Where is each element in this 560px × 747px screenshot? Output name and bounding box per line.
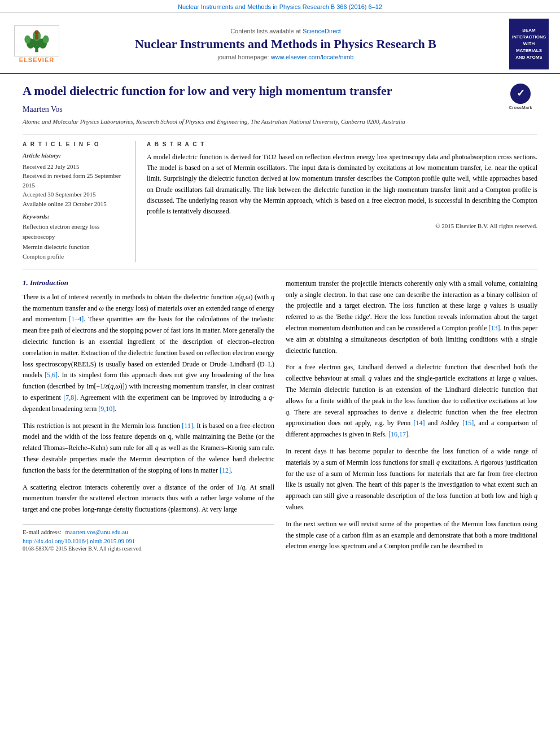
intro-paragraph-7: In the next section we will revisit some… — [286, 519, 537, 552]
article-title: A model dielectric function for low and … — [23, 83, 537, 99]
email-link[interactable]: maarten.vos@anu.edu.au — [65, 528, 128, 535]
intro-paragraph-4: momentum transfer the projectile interac… — [286, 278, 537, 357]
abstract-heading: A B S T R A C T — [147, 141, 537, 147]
svg-point-7 — [34, 30, 38, 34]
keyword-3: Compton profile — [23, 252, 126, 262]
article-info-left: A R T I C L E I N F O Article history: R… — [23, 141, 135, 262]
article-history: Article history: Received 22 July 2015 R… — [23, 152, 126, 209]
keyword-2: Mermin dielectric function — [23, 242, 126, 252]
journal-header: ELSEVIER Contents lists available at Sci… — [0, 13, 560, 74]
revised-date: Received in revised form 25 September 20… — [23, 171, 126, 190]
body-column-right: momentum transfer the projectile interac… — [286, 278, 537, 558]
journal-reference-bar: Nuclear Instruments and Methods in Physi… — [0, 0, 560, 13]
journal-cover-image: BEAM INTERACTIONS WITH MATERIALS AND ATO… — [509, 19, 549, 69]
keywords-label: Keywords: — [23, 213, 126, 220]
homepage-link[interactable]: www.elsevier.com/locate/nimb — [271, 54, 354, 60]
article-info-section: A R T I C L E I N F O Article history: R… — [23, 134, 537, 269]
body-column-left: 1. Introduction There is a lot of intere… — [23, 278, 274, 558]
author-name: Maarten Vos — [23, 105, 537, 114]
copyright-line: © 2015 Elsevier B.V. All rights reserved… — [147, 222, 537, 229]
journal-reference-text: Nuclear Instruments and Methods in Physi… — [178, 3, 382, 10]
crossmark-badge[interactable]: ✓ CrossMark — [504, 83, 537, 111]
keyword-1: Reflection electron energy loss spectros… — [23, 222, 126, 242]
article-content: A model dielectric function for low and … — [0, 74, 560, 567]
crossmark-icon: ✓ — [510, 84, 531, 104]
svg-point-5 — [43, 35, 49, 43]
intro-paragraph-3: A scattering electron interacts coherent… — [23, 482, 274, 516]
author-affiliation: Atomic and Molecular Physics Laboratorie… — [23, 117, 537, 126]
sciencedirect-link[interactable]: ScienceDirect — [303, 28, 341, 34]
received-date: Received 22 July 2015 — [23, 162, 126, 172]
elsevier-logo-block: ELSEVIER — [11, 25, 62, 63]
article-abstract: A B S T R A C T A model dielectric funct… — [147, 141, 537, 262]
footer-issn: 0168-583X/© 2015 Elsevier B.V. All right… — [23, 545, 274, 552]
introduction-title: 1. Introduction — [23, 278, 274, 287]
history-label: Article history: — [23, 152, 126, 159]
elsevier-tree-logo — [14, 25, 59, 56]
elsevier-brand-text: ELSEVIER — [19, 56, 54, 63]
intro-paragraph-1: There is a lot of interest recently in m… — [23, 292, 274, 415]
journal-name: Nuclear Instruments and Methods in Physi… — [69, 37, 502, 51]
intro-paragraph-6: In recent days it has become popular to … — [286, 446, 537, 513]
available-date: Available online 23 October 2015 — [23, 199, 126, 209]
article-footer: E-mail address: maarten.vos@anu.edu.au h… — [23, 525, 274, 552]
footer-doi[interactable]: http://dx.doi.org/10.1016/j.nimb.2015.09… — [23, 538, 274, 544]
svg-rect-8 — [35, 34, 38, 39]
crossmark-label: CrossMark — [509, 105, 532, 111]
accepted-date: Accepted 30 September 2015 — [23, 190, 126, 199]
abstract-body: A model dielectric function is derived f… — [147, 152, 537, 217]
journal-title-block: Contents lists available at ScienceDirec… — [69, 28, 502, 60]
article-info-heading: A R T I C L E I N F O — [23, 141, 126, 147]
footer-email: E-mail address: maarten.vos@anu.edu.au — [23, 528, 274, 535]
intro-paragraph-2: This restriction is not present in the M… — [23, 421, 274, 477]
main-body-columns: 1. Introduction There is a lot of intere… — [23, 278, 537, 558]
intro-paragraph-5: For a free electron gas, Lindhard derive… — [286, 362, 537, 440]
svg-point-4 — [24, 35, 30, 43]
contents-line: Contents lists available at ScienceDirec… — [69, 28, 502, 34]
homepage-line: journal homepage: www.elsevier.com/locat… — [69, 54, 502, 60]
